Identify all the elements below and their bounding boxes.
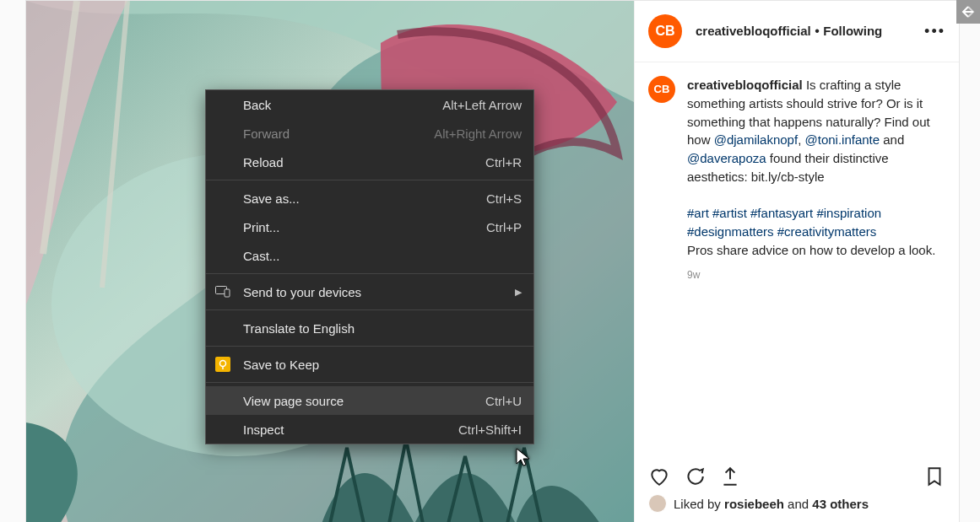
caption-username[interactable]: creativebloqofficial: [687, 78, 803, 92]
comment-button[interactable]: [684, 465, 706, 491]
more-options-button[interactable]: •••: [924, 23, 945, 40]
menu-item-reload[interactable]: Reload Ctrl+R: [206, 148, 533, 176]
menu-label: Inspect: [243, 422, 284, 437]
menu-item-save-keep[interactable]: Save to Keep: [206, 350, 533, 379]
menu-label: Print...: [243, 220, 279, 234]
menu-item-print[interactable]: Print... Ctrl+P: [206, 213, 533, 241]
sep: and: [880, 132, 904, 147]
svg-rect-5: [225, 289, 230, 297]
username[interactable]: creativebloqofficial: [696, 24, 811, 38]
mention-link[interactable]: @daverapoza: [687, 151, 766, 165]
menu-shortcut: Ctrl+U: [485, 394, 522, 408]
post-header: CB creativebloqofficial • Following •••: [635, 1, 959, 62]
menu-label: Cast...: [243, 249, 279, 263]
menu-item-cast[interactable]: Cast...: [206, 241, 533, 270]
likes-row[interactable]: Liked by rosiebeeh and 43 others: [635, 494, 959, 522]
menu-shortcut: Ctrl+Shift+I: [458, 422, 522, 437]
menu-item-view-source[interactable]: View page source Ctrl+U: [206, 386, 533, 415]
menu-shortcut: Alt+Right Arrow: [434, 126, 522, 141]
menu-label: Save to Keep: [243, 358, 319, 372]
submenu-arrow-icon: ▶: [515, 287, 522, 298]
share-button[interactable]: [719, 465, 741, 491]
menu-label: View page source: [243, 394, 344, 408]
expand-widget-icon[interactable]: [956, 0, 980, 24]
mention-link[interactable]: @djamilaknopf: [714, 132, 798, 147]
menu-item-forward: Forward Alt+Right Arrow: [206, 119, 533, 148]
menu-item-save-as[interactable]: Save as... Ctrl+S: [206, 184, 533, 213]
menu-label: Reload: [243, 155, 284, 170]
menu-item-inspect[interactable]: Inspect Ctrl+Shift+I: [206, 415, 533, 444]
devices-icon: [214, 283, 231, 300]
likes-and: and: [784, 497, 812, 511]
menu-item-translate[interactable]: Translate to English: [206, 314, 533, 342]
post-body: CB creativebloqofficial Is crafting a st…: [635, 62, 959, 459]
caption: creativebloqofficial Is crafting a style…: [687, 76, 945, 283]
menu-item-back[interactable]: Back Alt+Left Arrow: [206, 90, 533, 119]
menu-label: Forward: [243, 126, 290, 141]
keep-icon: [214, 356, 231, 373]
menu-label: Send to your devices: [243, 285, 361, 299]
svg-rect-6: [215, 357, 230, 372]
menu-shortcut: Alt+Left Arrow: [442, 98, 522, 112]
avatar[interactable]: CB: [648, 76, 675, 103]
menu-label: Back: [243, 98, 271, 112]
menu-shortcut: Ctrl+S: [486, 191, 522, 206]
menu-item-send-devices[interactable]: Send to your devices ▶: [206, 277, 533, 306]
save-button[interactable]: [923, 465, 945, 491]
hashtags[interactable]: #art #artist #fantasyart #inspiration #d…: [687, 206, 881, 239]
action-bar: [635, 459, 959, 494]
follow-state[interactable]: Following: [823, 24, 882, 38]
separator-dot: •: [815, 24, 820, 38]
avatar[interactable]: CB: [648, 14, 682, 48]
likes-prefix: Liked by: [674, 497, 724, 511]
mention-link[interactable]: @toni.infante: [804, 132, 880, 147]
menu-shortcut: Ctrl+P: [486, 220, 522, 234]
menu-label: Save as...: [243, 191, 300, 206]
browser-context-menu: Back Alt+Left Arrow Forward Alt+Right Ar…: [205, 89, 534, 444]
liker-username[interactable]: rosiebeeh: [724, 497, 784, 511]
menu-label: Translate to English: [243, 321, 355, 336]
caption-trailing: Pros share advice on how to develop a lo…: [687, 243, 935, 257]
post-sidebar: CB creativebloqofficial • Following ••• …: [634, 1, 959, 522]
likes-others[interactable]: 43 others: [812, 497, 869, 511]
like-button[interactable]: [648, 465, 670, 491]
liker-avatar[interactable]: [648, 494, 667, 513]
username-row: creativebloqofficial • Following: [696, 24, 882, 39]
timestamp: 9w: [687, 268, 945, 283]
menu-shortcut: Ctrl+R: [485, 155, 522, 170]
